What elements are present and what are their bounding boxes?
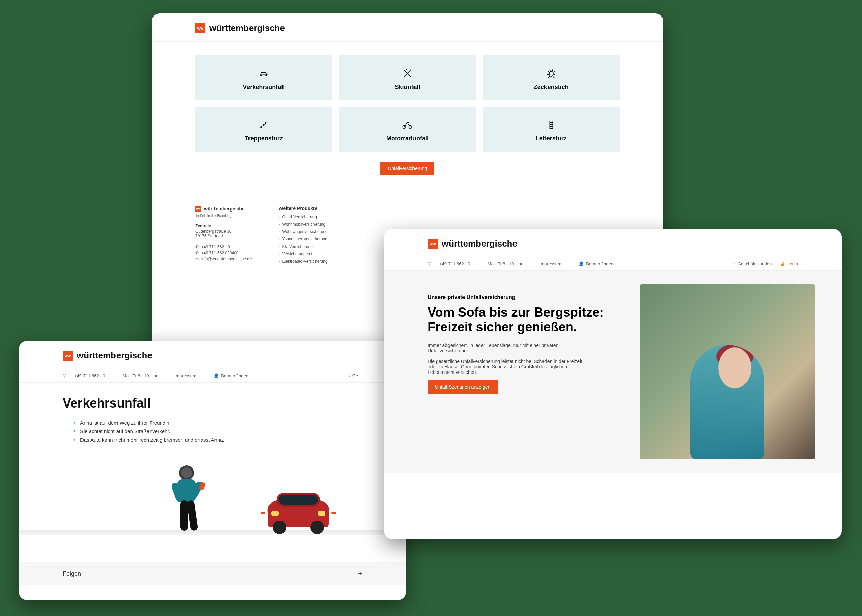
person-icon: 👤 [214, 373, 219, 378]
ladder-icon [486, 118, 616, 132]
scenario-content: Verkehrsunfall Anna ist auf dem Weg zu i… [19, 383, 406, 599]
product-link[interactable]: Quad-Versicherung [279, 215, 328, 219]
tile-leitersturz[interactable]: Leitersturz [482, 107, 620, 152]
scenario-illustration [19, 454, 406, 562]
bullet-item: Anna ist auf dem Weg zu ihrer Freundin. [74, 419, 362, 427]
hero-kicker: Unsere private Unfallversicherung [428, 294, 626, 300]
brand-logo-icon: ww [195, 206, 201, 212]
plus-icon: + [358, 569, 362, 578]
svg-rect-16 [318, 511, 325, 516]
unfallversicherung-button[interactable]: Unfallversicherung [380, 162, 434, 175]
hero-paragraph: Die gesetzliche Unfallversicherung leist… [428, 359, 583, 375]
brand-name: württembergische [204, 206, 245, 212]
email[interactable]: info@wuerttembergische.de [201, 257, 252, 261]
svg-point-14 [311, 521, 324, 534]
car-icon [199, 67, 329, 80]
szenarien-button[interactable]: Unfall-Szenarien anzeigen [428, 380, 498, 394]
svg-rect-15 [272, 511, 279, 516]
svg-point-4 [181, 467, 192, 478]
tick-icon [486, 67, 616, 80]
tile-skiunfall[interactable]: Skiunfall [339, 55, 476, 100]
phone-icon: ✆ [195, 251, 199, 255]
topbar: ✆ +49 711 662 - 0 | Mo - Fr 8 - 19 Uhr |… [19, 369, 406, 383]
impressum-link[interactable]: Impressum [540, 261, 561, 266]
geschaeftskunden-link[interactable]: Geschäftskunden [734, 261, 772, 266]
phone-icon: ✆ [428, 261, 431, 266]
svg-rect-8 [181, 500, 188, 531]
tile-label: Motorradunfall [342, 135, 473, 142]
hero-text: Unsere private Unfallversicherung Vom So… [411, 284, 626, 459]
address-city: 70176 Stuttgart [195, 234, 252, 239]
header-logo-row: ww württembergische [384, 229, 842, 257]
phone-primary[interactable]: +49 711 662 - 0 [201, 245, 230, 249]
product-link[interactable]: Wohnwagenversicherung [279, 229, 328, 234]
phone-secondary[interactable]: +49 711 662 829400 [201, 251, 239, 255]
phone-link[interactable]: +49 711 662 - 0 [440, 261, 470, 266]
car-illustration [258, 487, 339, 537]
scenario-title: Verkehrsunfall [63, 396, 362, 410]
svg-rect-9 [187, 500, 198, 531]
tiles-area: Verkehrsunfall Skiunfall Zeckenstich Tre… [152, 42, 663, 189]
hours-text: Mo - Fr 8 - 19 Uhr [122, 373, 157, 378]
brand-name: württembergische [442, 239, 517, 249]
stairs-icon [199, 118, 329, 132]
svg-rect-12 [279, 495, 318, 504]
tile-label: Zeckenstich [486, 83, 616, 91]
product-link[interactable]: Wohnmobilversicherung [279, 222, 328, 227]
lock-icon: 🔒 [780, 261, 785, 266]
phone-icon: ✆ [63, 373, 66, 378]
impressum-link[interactable]: Impressum [175, 373, 196, 378]
header-logo-row: ww württembergische [152, 14, 663, 42]
berater-link[interactable]: 👤Berater finden [578, 261, 614, 266]
tile-verkehrsunfall[interactable]: Verkehrsunfall [195, 55, 332, 100]
hours-text: Mo - Fr 8 - 19 Uhr [488, 261, 522, 266]
hero-photo [640, 284, 815, 459]
bullet-item: Sie achtet nicht auf den Straßenverkehr. [74, 427, 362, 435]
topbar: ✆ +49 711 662 - 0 | Mo - Fr 8 - 19 Uhr |… [384, 257, 842, 271]
footer-address-col: ww württembergische Ihr Fels in der Bran… [195, 206, 252, 266]
mail-icon: ✉ [195, 257, 199, 261]
person-illustration [160, 464, 214, 538]
product-link[interactable]: Versicherungen f… [279, 251, 328, 256]
scenario-bullets: Anna ist auf dem Weg zu ihrer Freundin. … [74, 419, 362, 444]
hero-headline: Vom Sofa bis zur Bergspitze: Freizeit si… [428, 305, 626, 335]
tile-treppensturz[interactable]: Treppensturz [195, 107, 332, 152]
phone-icon: ✆ [195, 245, 199, 249]
product-link[interactable]: Kfz-Versicherung [279, 244, 328, 249]
products-heading: Weitere Produkte [279, 206, 328, 211]
bullet-item: Das Auto kann nicht mehr rechtzeitig bre… [74, 435, 362, 444]
window-scenario: ww württembergische ✆ +49 711 662 - 0 | … [19, 341, 406, 600]
berater-link[interactable]: 👤Berater finden [214, 373, 248, 378]
tile-label: Treppensturz [199, 135, 329, 142]
product-link[interactable]: Elektroauto-Versicherung [279, 259, 328, 264]
brand-logo-icon: ww [63, 350, 73, 361]
expand-label: Folgen [63, 570, 81, 577]
svg-rect-18 [331, 512, 336, 514]
tile-motorradunfall[interactable]: Motorradunfall [339, 107, 476, 152]
hero-main: Unsere private Unfallversicherung Vom So… [384, 271, 842, 473]
hero-paragraph: Immer abgesichert. In jeder Lebenslage. … [428, 343, 583, 353]
login-link[interactable]: 🔒 Login [780, 261, 798, 266]
header-logo-row: ww württembergische [19, 341, 406, 369]
hero-image-wrap [640, 284, 815, 459]
brand-logo-icon: ww [428, 239, 438, 249]
brand-tagline: Ihr Fels in der Brandung. [195, 214, 252, 218]
tile-label: Verkehrsunfall [199, 83, 329, 91]
tile-label: Leitersturz [486, 135, 616, 142]
product-link-list: Quad-Versicherung Wohnmobilversicherung … [279, 215, 328, 264]
brand-name: württembergische [209, 23, 285, 33]
product-link[interactable]: Youngtimer-Versicherung [279, 237, 328, 242]
expand-folgen[interactable]: Folgen + [19, 562, 406, 585]
geschaeftskunden-link[interactable]: Ge… [349, 373, 362, 378]
tile-zeckenstich[interactable]: Zeckenstich [482, 55, 620, 100]
tiles-grid: Verkehrsunfall Skiunfall Zeckenstich Tre… [195, 55, 620, 152]
ski-icon [342, 67, 473, 80]
footer-products-col: Weitere Produkte Quad-Versicherung Wohnm… [279, 206, 328, 266]
svg-rect-17 [261, 512, 265, 514]
window-hero: ww württembergische ✆ +49 711 662 - 0 | … [384, 229, 842, 539]
brand-logo-icon: ww [195, 23, 206, 33]
address-street: Gutenbergstraße 30 [195, 229, 252, 234]
svg-point-0 [549, 71, 553, 77]
tile-label: Skiunfall [342, 83, 473, 91]
phone-link[interactable]: +49 711 662 - 0 [74, 373, 105, 378]
